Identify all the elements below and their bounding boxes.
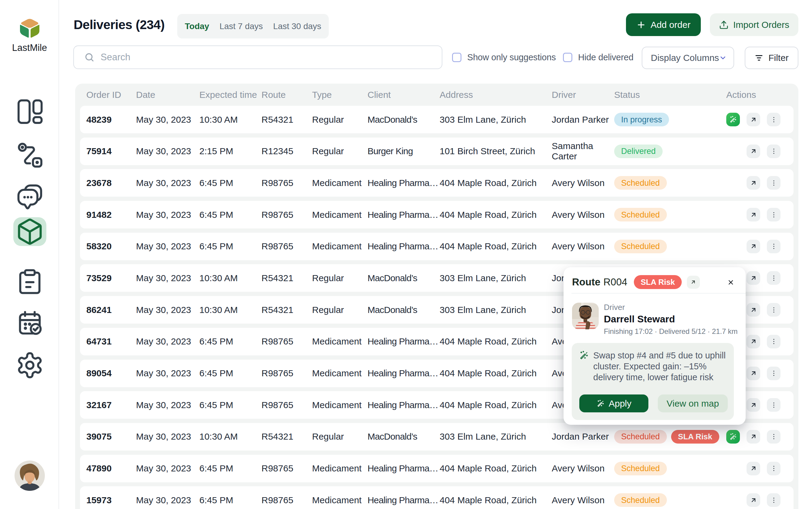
close-popover-button[interactable] <box>724 276 737 289</box>
open-order-button[interactable] <box>747 271 760 285</box>
open-order-button[interactable] <box>747 493 760 507</box>
row-menu-button[interactable] <box>767 271 780 285</box>
open-order-button[interactable] <box>747 335 760 348</box>
popover-title: RouteR004 <box>572 276 627 288</box>
checkbox-icon[interactable] <box>563 53 572 62</box>
dots-vertical-icon <box>770 465 777 472</box>
cell-type: Medicament <box>312 486 362 509</box>
column-header-driver: Driver <box>552 83 576 106</box>
row-menu-button[interactable] <box>767 367 780 380</box>
sidebar-item-deliveries[interactable] <box>13 217 46 246</box>
route-icon <box>13 141 46 169</box>
chat-icon <box>13 182 46 211</box>
cell-order-id: 32167 <box>86 391 111 419</box>
table-row[interactable]: 48239 May 30, 2023 10:30 AM R54321 Regul… <box>80 106 793 133</box>
import-orders-button[interactable]: Import Orders <box>710 13 799 36</box>
plus-icon <box>636 20 646 30</box>
filter-button[interactable]: Filter <box>745 47 799 69</box>
table-row[interactable]: 47890 May 30, 2023 6:45 PM R98765 Medica… <box>80 455 793 482</box>
row-menu-button[interactable] <box>767 398 780 412</box>
hide-delivered-checkbox[interactable]: Hide delivered <box>563 45 634 69</box>
view-on-map-button[interactable]: View on map <box>658 395 728 412</box>
show-only-suggestions-checkbox[interactable]: Show only suggestions <box>452 45 556 69</box>
open-order-button[interactable] <box>747 303 760 316</box>
tab-today[interactable]: Today <box>185 22 209 31</box>
arrow-up-right-icon <box>750 116 757 123</box>
cell-route: R98765 <box>262 486 293 509</box>
close-icon <box>727 279 735 286</box>
row-menu-button[interactable] <box>767 303 780 316</box>
chevron-down-icon <box>719 54 727 62</box>
magic-wand-icon <box>729 433 737 441</box>
checkbox-icon[interactable] <box>452 53 462 62</box>
arrow-up-right-icon <box>750 370 757 377</box>
row-menu-button[interactable] <box>767 208 780 222</box>
search-input[interactable] <box>101 52 435 63</box>
user-avatar[interactable] <box>14 461 45 491</box>
apply-button[interactable]: Apply <box>579 395 648 412</box>
row-menu-button[interactable] <box>767 493 780 507</box>
checkbox-label: Show only suggestions <box>467 53 556 62</box>
column-header-expected-time: Expected time <box>199 83 257 106</box>
open-order-button[interactable] <box>747 113 760 126</box>
cell-address: 303 Elm Lane, Zürich <box>440 423 526 450</box>
open-order-button[interactable] <box>747 240 760 253</box>
sidebar-item-dashboard[interactable] <box>13 97 46 126</box>
open-order-button[interactable] <box>747 462 760 475</box>
cell-client: Healing Pharma… <box>368 233 438 260</box>
cell-expected-time: 10:30 AM <box>199 264 238 292</box>
column-header-actions: Actions <box>726 83 756 106</box>
brand-logo: LastMile <box>0 18 59 53</box>
table-row[interactable]: 75914 May 30, 2023 2:15 PM R12345 Regula… <box>80 138 793 165</box>
row-menu-button[interactable] <box>767 240 780 253</box>
row-menu-button[interactable] <box>767 462 780 475</box>
cell-address: 303 Elm Lane, Zürich <box>440 296 526 324</box>
open-order-button[interactable] <box>747 398 760 412</box>
magic-wand-icon <box>596 399 605 408</box>
sidebar-item-routes[interactable] <box>13 141 46 169</box>
sidebar-item-schedule[interactable] <box>13 309 46 338</box>
cell-type: Medicament <box>312 328 362 355</box>
tab-last-30-days[interactable]: Last 30 days <box>273 22 322 31</box>
status-badge: Scheduled <box>614 240 667 253</box>
cell-type: Regular <box>312 264 344 292</box>
table-row[interactable]: 39075 May 30, 2023 10:30 AM R54321 Regul… <box>80 423 793 450</box>
display-columns-dropdown[interactable]: Display Columns <box>642 47 734 69</box>
cell-route: R54321 <box>262 423 293 450</box>
cell-client: Burger King <box>368 138 413 165</box>
dots-vertical-icon <box>770 147 777 155</box>
table-row[interactable]: 91482 May 30, 2023 6:45 PM R98765 Medica… <box>80 201 793 229</box>
row-menu-button[interactable] <box>767 176 780 190</box>
row-menu-button[interactable] <box>767 144 780 158</box>
open-order-button[interactable] <box>747 176 760 190</box>
calendar-check-icon <box>13 309 46 338</box>
sidebar-item-messages[interactable] <box>13 182 46 211</box>
cell-route: R98765 <box>262 391 293 419</box>
table-row[interactable]: 58320 May 30, 2023 6:45 PM R98765 Medica… <box>80 233 793 260</box>
sidebar-item-settings[interactable] <box>13 351 46 380</box>
open-order-button[interactable] <box>747 430 760 444</box>
add-order-button[interactable]: Add order <box>626 13 701 36</box>
cell-expected-time: 6:45 PM <box>199 328 233 355</box>
row-menu-button[interactable] <box>767 113 780 126</box>
row-menu-button[interactable] <box>767 430 780 444</box>
filter-icon <box>754 53 764 62</box>
cell-status: Scheduled <box>614 201 667 229</box>
sidebar-item-orders[interactable] <box>13 267 46 296</box>
cell-client: MacDonald’s <box>368 106 417 133</box>
open-route-button[interactable] <box>687 276 700 289</box>
table-row[interactable]: 15973 May 30, 2023 6:45 PM R98765 Medica… <box>80 486 793 509</box>
tab-last-7-days[interactable]: Last 7 days <box>219 22 263 31</box>
apply-suggestion-button[interactable] <box>726 113 740 126</box>
open-order-button[interactable] <box>747 208 760 222</box>
cell-date: May 30, 2023 <box>136 106 191 133</box>
dots-vertical-icon <box>770 401 777 409</box>
table-row[interactable]: 23678 May 30, 2023 6:45 PM R98765 Medica… <box>80 169 793 197</box>
open-order-button[interactable] <box>747 144 760 158</box>
open-order-button[interactable] <box>747 367 760 380</box>
row-menu-button[interactable] <box>767 335 780 348</box>
cell-address: 404 Maple Road, Zürich <box>440 233 537 260</box>
cell-address: 303 Elm Lane, Zürich <box>440 106 526 133</box>
apply-suggestion-button[interactable] <box>726 430 740 444</box>
cell-client: Healing Pharma… <box>368 201 438 229</box>
